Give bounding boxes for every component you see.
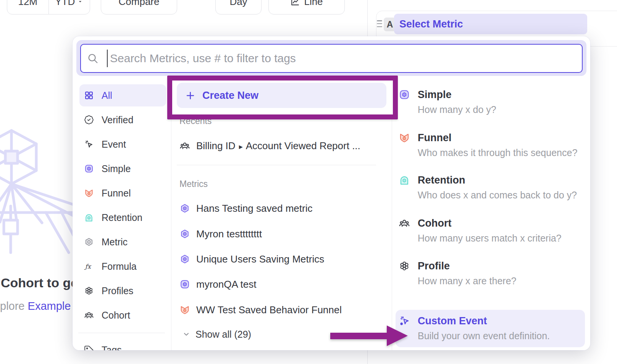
drag-handle-icon[interactable]: [377, 20, 382, 27]
caret-separator: ▸: [239, 142, 243, 151]
saved-metric-hexagon-icon: [179, 254, 190, 264]
cohort-icon: [399, 217, 410, 229]
type-retention[interactable]: RetentionWho does x and comes back to do…: [399, 172, 577, 201]
show-all-toggle[interactable]: Show all (29): [183, 327, 251, 342]
event-cursor-icon: [84, 139, 94, 149]
sidebar-item-verified[interactable]: Verified: [79, 109, 166, 131]
sidebar-item-all[interactable]: All: [79, 84, 166, 106]
cohort-icon: [84, 310, 94, 320]
formula-icon: [84, 261, 94, 271]
metric-hexagon-icon: [84, 237, 94, 247]
metric-list-item[interactable]: myronQA test: [179, 277, 257, 292]
line-chart-type-button[interactable]: Line: [268, 0, 345, 14]
retention-icon: [399, 174, 410, 186]
saved-metric-hexagon-icon: [179, 203, 190, 214]
chevron-down-icon: [183, 330, 190, 338]
sidebar-item-event[interactable]: Event: [79, 133, 166, 155]
create-new-button[interactable]: Create New: [177, 83, 386, 108]
tag-icon: [84, 345, 94, 351]
day-granularity-button[interactable]: Day: [215, 0, 262, 14]
type-cohort[interactable]: CohortHow many users match x criteria?: [399, 216, 562, 245]
metric-list-item[interactable]: Myron testttttttt: [179, 226, 262, 242]
explore-text: plore: [0, 300, 28, 312]
report-page: Cohort to ge plore Example R 12M YTD Com…: [0, 0, 617, 364]
profiles-icon: [84, 286, 94, 296]
type-custom-event[interactable]: Custom EventBuild your own event definit…: [399, 313, 550, 342]
sidebar-item-simple[interactable]: Simple: [79, 158, 166, 180]
funnel-icon: [179, 304, 190, 315]
simple-metric-icon: [84, 164, 94, 174]
empty-state-explore-line: plore Example R: [0, 300, 82, 312]
search-icon: [87, 53, 99, 64]
metric-list-item[interactable]: WW Test Saved Behavior Funnel: [179, 302, 342, 317]
recent-item-billing[interactable]: Billing ID ▸ Account Viewed Report ...: [179, 138, 360, 153]
profiles-icon: [399, 260, 410, 272]
type-funnel[interactable]: FunnelWho makes it through this sequence…: [399, 130, 577, 159]
cohort-icon: [179, 140, 190, 151]
sidebar-item-retention[interactable]: Retention: [79, 206, 166, 229]
metric-list-item[interactable]: Unique Users Saving Metrics: [179, 251, 324, 267]
search-metrics-input[interactable]: [80, 44, 583, 73]
sidebar-item-metric[interactable]: Metric: [79, 231, 166, 253]
range-12m-button[interactable]: 12M: [7, 0, 48, 14]
grid-icon: [84, 90, 94, 100]
plus-icon: [185, 90, 195, 101]
metric-list-item[interactable]: Hans Testing saved metric: [179, 201, 312, 216]
sidebar-divider: [78, 333, 165, 333]
text-cursor: [107, 50, 108, 67]
simple-metric-icon: [399, 89, 410, 100]
date-range-segmented-control: 12M YTD: [7, 0, 90, 14]
select-metric-pill[interactable]: Select Metric: [394, 14, 587, 34]
sidebar-item-profiles[interactable]: Profiles: [79, 280, 166, 302]
recents-heading: Recents: [179, 116, 212, 126]
column-divider: [171, 79, 171, 350]
custom-event-icon: [399, 315, 410, 327]
simple-metric-icon: [179, 279, 190, 290]
retention-icon: [84, 213, 94, 222]
recent-item-label: Billing ID ▸ Account Viewed Report ...: [196, 140, 360, 152]
verified-badge-icon: [84, 115, 94, 125]
recents-metrics-divider: [177, 165, 376, 165]
sidebar-item-formula[interactable]: Formula: [79, 255, 166, 277]
empty-state-headline: Cohort to ge: [1, 275, 78, 290]
saved-metric-hexagon-icon: [179, 229, 190, 239]
column-divider: [392, 79, 392, 350]
funnel-icon: [399, 132, 410, 143]
type-simple[interactable]: SimpleHow many x do y?: [399, 87, 496, 116]
line-chart-icon: [290, 0, 300, 6]
empty-state-wireframe-graphic: [0, 127, 76, 256]
metric-picker-modal: All Verified Event Simple Funnel Retenti…: [73, 36, 590, 350]
range-ytd-button[interactable]: YTD: [48, 0, 90, 14]
metrics-heading: Metrics: [179, 179, 208, 189]
funnel-icon: [84, 188, 94, 198]
type-profile[interactable]: ProfileHow many x are there?: [399, 258, 516, 287]
sidebar-item-funnel[interactable]: Funnel: [79, 182, 166, 204]
compare-button[interactable]: Compare: [101, 0, 177, 14]
sidebar-item-cohort[interactable]: Cohort: [79, 304, 166, 326]
sidebar-item-tags-clipped[interactable]: Tags: [84, 345, 122, 350]
caret-down-icon: [77, 0, 83, 5]
